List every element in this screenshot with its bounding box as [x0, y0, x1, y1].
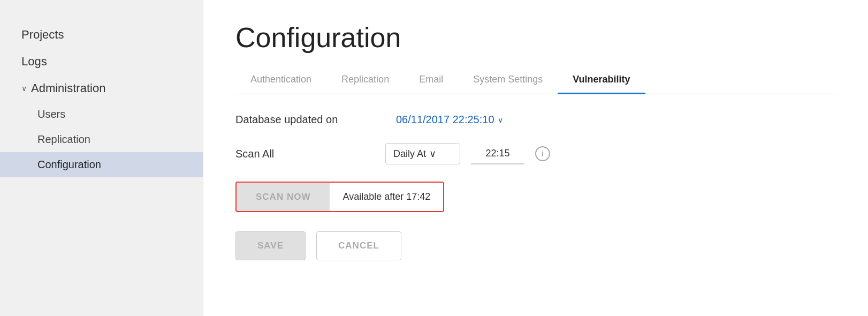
info-icon[interactable]: i [535, 146, 550, 161]
scan-now-container: SCAN NOW Available after 17:42 [235, 182, 444, 212]
main-content: Configuration Authentication Replication… [203, 0, 868, 316]
sidebar-item-projects-label: Projects [21, 28, 64, 41]
tab-authentication[interactable]: Authentication [235, 66, 326, 94]
sidebar-item-logs-label: Logs [21, 55, 47, 68]
sidebar-item-administration[interactable]: ∨ Administration [0, 75, 203, 102]
save-button[interactable]: SAVE [235, 231, 306, 260]
tab-email[interactable]: Email [404, 66, 458, 94]
sidebar-item-administration-label: Administration [31, 81, 105, 95]
tab-system-settings[interactable]: System Settings [458, 66, 558, 94]
sidebar-item-users-label: Users [37, 108, 65, 120]
cancel-button[interactable]: CANCEL [316, 231, 401, 260]
db-updated-value[interactable]: 06/11/2017 22:25:10 ∨ [396, 114, 503, 126]
db-updated-dropdown-icon: ∨ [498, 116, 503, 124]
sidebar: Projects Logs ∨ Administration Users Rep… [0, 0, 203, 316]
db-updated-date: 06/11/2017 22:25:10 [396, 114, 494, 126]
chevron-down-icon: ∨ [21, 84, 27, 93]
tab-replication[interactable]: Replication [326, 66, 404, 94]
db-updated-row: Database updated on 06/11/2017 22:25:10 … [235, 114, 836, 126]
sidebar-item-replication-label: Replication [37, 133, 90, 145]
scan-all-row: Scan All Daily At ∨ i [235, 143, 836, 164]
sidebar-item-configuration[interactable]: Configuration [0, 152, 203, 177]
sidebar-item-logs[interactable]: Logs [0, 48, 203, 75]
frequency-dropdown[interactable]: Daily At ∨ [385, 143, 460, 164]
db-updated-label: Database updated on [235, 114, 375, 126]
frequency-dropdown-icon: ∨ [429, 148, 436, 160]
action-buttons: SAVE CANCEL [235, 231, 836, 260]
sidebar-item-configuration-label: Configuration [37, 159, 101, 170]
sidebar-item-replication[interactable]: Replication [0, 127, 203, 152]
tabs-bar: Authentication Replication Email System … [235, 66, 836, 94]
available-after-text: Available after 17:42 [330, 183, 443, 211]
scan-now-row: SCAN NOW Available after 17:42 [235, 182, 836, 212]
tab-vulnerability[interactable]: Vulnerability [558, 66, 645, 94]
sidebar-item-projects[interactable]: Projects [0, 21, 203, 48]
sidebar-item-users[interactable]: Users [0, 102, 203, 127]
time-input[interactable] [471, 144, 524, 164]
page-title: Configuration [235, 21, 836, 54]
scan-all-label: Scan All [235, 148, 375, 160]
info-icon-label: i [542, 149, 544, 158]
scan-now-button[interactable]: SCAN NOW [237, 183, 330, 211]
frequency-label: Daily At [393, 148, 426, 160]
